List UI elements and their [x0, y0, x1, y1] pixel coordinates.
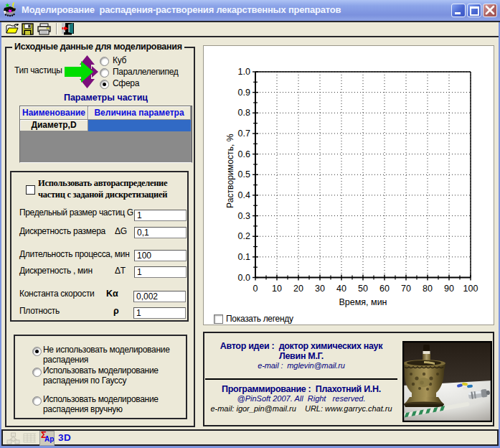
- svg-text:0.5: 0.5: [238, 169, 250, 179]
- svg-text:90: 90: [444, 284, 454, 294]
- svg-text:50: 50: [358, 284, 368, 294]
- svg-text:0.8: 0.8: [238, 108, 250, 118]
- svg-text:0: 0: [253, 284, 258, 294]
- svg-text:100: 100: [463, 284, 478, 294]
- svg-text:20: 20: [293, 284, 303, 294]
- svg-text:0.2: 0.2: [238, 231, 250, 241]
- svg-text:Растворимость, %: Растворимость, %: [225, 134, 235, 208]
- svg-text:0.9: 0.9: [238, 88, 250, 98]
- svg-text:Время, мин: Время, мин: [339, 297, 387, 307]
- svg-text:80: 80: [423, 284, 433, 294]
- svg-text:70: 70: [401, 284, 411, 294]
- svg-text:0.4: 0.4: [238, 190, 250, 200]
- svg-text:0.6: 0.6: [238, 149, 250, 159]
- svg-text:30: 30: [315, 284, 325, 294]
- svg-text:0.3: 0.3: [238, 211, 250, 221]
- svg-text:0.1: 0.1: [238, 252, 250, 262]
- svg-text:10: 10: [272, 284, 282, 294]
- svg-text:60: 60: [379, 284, 390, 294]
- svg-text:40: 40: [336, 284, 346, 294]
- svg-text:0.0: 0.0: [238, 273, 250, 283]
- svg-text:1.0: 1.0: [238, 67, 250, 77]
- svg-text:0.7: 0.7: [238, 129, 250, 139]
